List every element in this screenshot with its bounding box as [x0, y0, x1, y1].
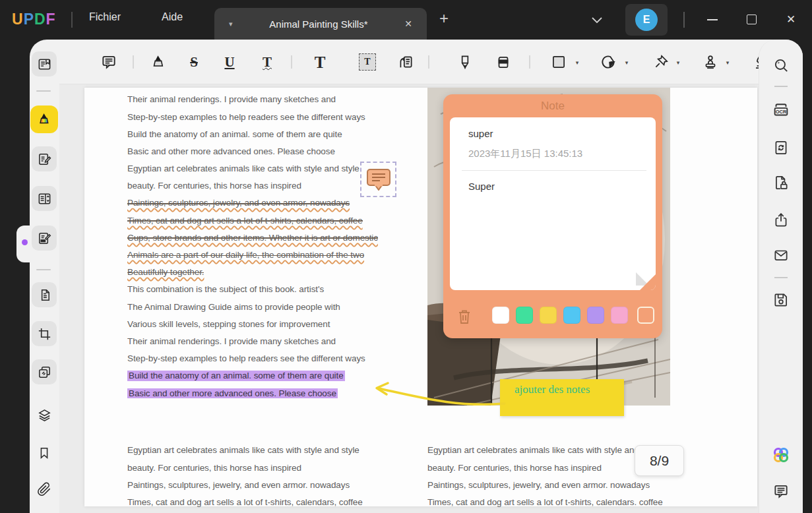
reader-mode-icon[interactable] — [32, 51, 57, 76]
convert-icon[interactable] — [770, 136, 792, 159]
tab-title: Animal Painting Skills* — [233, 18, 405, 30]
note-card[interactable]: super 2023年11月15日 13:45:13 Super — [450, 117, 656, 290]
stamp-dropdown-icon[interactable]: ▾ — [726, 59, 730, 66]
left-text-column: Their animal renderings. I provide many … — [127, 91, 378, 402]
feedback-icon[interactable] — [770, 480, 792, 502]
note-popup[interactable]: Note super 2023年11月15日 13:45:13 Super — [443, 94, 662, 338]
note-divider — [462, 170, 646, 171]
text-line: beauty. For centuries, this horse has in… — [127, 459, 363, 476]
text-line: This combination is the subject of this … — [127, 281, 378, 298]
text-line: Egyptian art celebrates animals like cat… — [427, 442, 663, 459]
attachment-icon[interactable] — [32, 477, 57, 502]
annotation-toolbar: S U T T T ▾ ▾ ▾ ▾ — [59, 40, 759, 84]
share-icon[interactable] — [770, 209, 792, 231]
color-swatch[interactable] — [540, 307, 557, 324]
avatar[interactable]: E — [635, 9, 658, 31]
text-line: Paintings, sculptures, jewelry, and even… — [127, 476, 363, 493]
titlebar-separator — [683, 12, 685, 28]
note-author: super — [468, 128, 493, 139]
left-bottom-paragraph: Egyptian art celebrates animals like cat… — [127, 442, 363, 511]
crop-icon[interactable] — [32, 321, 57, 346]
text-line: Egyptian art celebrates animals like cat… — [127, 160, 378, 177]
shape-dropdown-icon[interactable]: ▾ — [576, 59, 579, 66]
strikethrough-icon[interactable]: S — [183, 51, 204, 73]
note-popup-title: Note — [443, 94, 662, 118]
eraser-icon[interactable] — [493, 51, 514, 73]
highlighter-icon[interactable] — [148, 51, 169, 73]
text-line: Cups, store brands and other items. Whet… — [127, 229, 378, 247]
layers-icon[interactable] — [32, 402, 57, 427]
text-tool-icon[interactable]: T — [309, 51, 330, 73]
text-line: beauty. For centuries, this horse has in… — [427, 459, 663, 476]
text-line: Step-by-step examples to help readers se… — [127, 108, 378, 125]
comment-tool-active[interactable] — [30, 106, 58, 133]
ocr-icon[interactable]: OCR — [770, 99, 792, 121]
sidebar-divider — [36, 90, 51, 92]
pdf-page: Their animal renderings. I provide many … — [84, 88, 757, 506]
document-tab[interactable]: ▾ Animal Painting Skills* ✕ — [214, 8, 427, 40]
fill-sign-icon[interactable] — [32, 226, 57, 251]
custom-color-swatch[interactable] — [637, 307, 654, 324]
note-comment-text: Super — [468, 181, 495, 192]
updf-logo: UPDF — [12, 11, 56, 28]
color-swatch[interactable] — [611, 307, 628, 324]
toolbar-separator — [428, 55, 429, 69]
sticky-note-annotation[interactable]: ajouter des notes — [500, 379, 624, 416]
note-footer — [443, 304, 662, 330]
ai-assistant-icon[interactable] — [770, 444, 792, 466]
toolbar-separator — [133, 55, 134, 69]
bookmark-icon[interactable] — [32, 440, 57, 466]
pages-icon[interactable] — [32, 282, 57, 307]
account-button[interactable]: E — [625, 4, 668, 36]
close-button[interactable]: ✕ — [786, 13, 796, 26]
left-sidebar — [30, 40, 59, 513]
pencil-icon[interactable] — [454, 51, 476, 73]
menu-fichier[interactable]: Fichier — [89, 11, 121, 23]
callout-icon[interactable] — [395, 51, 416, 73]
tab-close-icon[interactable]: ✕ — [404, 18, 412, 29]
chevron-down-icon[interactable] — [592, 17, 602, 23]
selected-note-annotation[interactable] — [360, 162, 396, 197]
organize-pages-icon[interactable] — [32, 186, 57, 211]
right-sidebar: OCR — [759, 40, 803, 513]
menu-aide[interactable]: Aide — [162, 11, 183, 23]
note-comment-icon[interactable] — [98, 51, 119, 73]
watermark-icon[interactable] — [32, 359, 57, 384]
sticker-dropdown-icon[interactable]: ▾ — [625, 59, 629, 66]
color-swatch[interactable] — [516, 307, 533, 324]
sticker-tool-icon[interactable] — [598, 51, 619, 73]
color-swatch[interactable] — [563, 307, 580, 324]
document-viewport[interactable]: Their animal renderings. I provide many … — [59, 84, 759, 513]
text-line: Build the anatomy of an animal. some of … — [127, 125, 378, 142]
text-line: Basic and other more advanced ones. Plea… — [127, 143, 378, 160]
maximize-button[interactable] — [747, 15, 757, 24]
search-icon[interactable] — [770, 54, 792, 76]
toolbar-separator — [291, 55, 292, 69]
text-line: Paintings, sculptures, jewelry, and even… — [127, 195, 378, 212]
color-swatch[interactable] — [492, 307, 509, 324]
underline-icon[interactable]: U — [219, 51, 240, 73]
app-frame: S U T T T ▾ ▾ ▾ ▾ — [30, 40, 803, 513]
protect-icon[interactable] — [770, 171, 792, 194]
color-swatch[interactable] — [587, 307, 604, 324]
email-icon[interactable] — [770, 244, 792, 266]
new-tab-button[interactable]: + — [439, 9, 449, 28]
text-line: Various skill levels, stepping stones fo… — [127, 315, 378, 332]
stamp-tool-icon[interactable] — [700, 51, 721, 73]
minimize-button[interactable] — [707, 19, 718, 20]
pin-dropdown-icon[interactable]: ▾ — [677, 59, 680, 66]
sidebar-divider — [774, 86, 788, 87]
note-color-swatches — [492, 307, 628, 324]
squiggly-underline-icon[interactable]: T — [257, 51, 278, 73]
svg-text:OCR: OCR — [776, 109, 787, 115]
save-icon[interactable] — [770, 289, 792, 311]
card-fold-corner — [640, 274, 656, 290]
text-line: Their animal renderings. I provide many … — [127, 91, 378, 108]
sidebar-divider — [774, 277, 788, 278]
pin-tool-icon[interactable] — [650, 51, 671, 73]
page-indicator: 8/9 — [635, 445, 684, 476]
text-box-icon[interactable]: T — [357, 51, 378, 73]
annotate-panel-icon[interactable] — [32, 146, 57, 171]
trash-icon[interactable] — [456, 308, 472, 325]
shape-tool-icon[interactable] — [548, 51, 569, 73]
